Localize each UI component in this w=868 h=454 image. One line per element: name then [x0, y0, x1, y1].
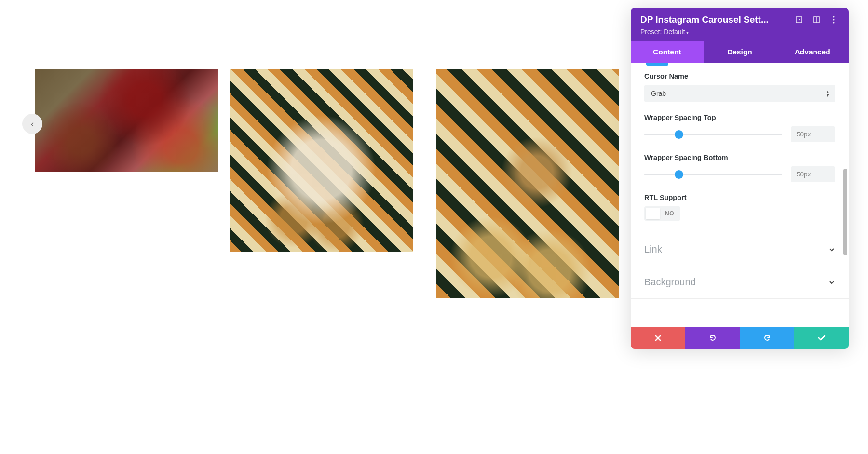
- toggle-state-label: NO: [660, 210, 679, 217]
- section-indicator: [646, 63, 668, 66]
- wrapper-top-slider[interactable]: [644, 134, 782, 135]
- panel-tabs: Content Design Advanced: [631, 41, 849, 63]
- tab-design[interactable]: Design: [704, 41, 776, 63]
- responsive-icon[interactable]: [811, 14, 822, 25]
- carousel-prev-button[interactable]: ‹: [22, 114, 42, 134]
- carousel-image-3[interactable]: [436, 69, 619, 298]
- more-menu-icon[interactable]: [828, 14, 839, 25]
- slider-thumb[interactable]: [675, 130, 683, 139]
- cancel-button[interactable]: [631, 327, 685, 349]
- tab-advanced[interactable]: Advanced: [776, 41, 849, 63]
- undo-button[interactable]: [685, 327, 740, 349]
- save-button[interactable]: [794, 327, 849, 349]
- wrapper-top-label: Wrapper Spacing Top: [644, 114, 835, 121]
- redo-button[interactable]: [740, 327, 794, 349]
- accordion-background[interactable]: Background: [631, 266, 849, 299]
- field-rtl-support: RTL Support NO: [644, 194, 835, 221]
- cursor-name-label: Cursor Name: [644, 72, 835, 80]
- svg-point-6: [833, 22, 834, 23]
- svg-point-4: [833, 16, 834, 17]
- wrapper-bottom-value[interactable]: [791, 166, 835, 182]
- chevron-down-icon: [828, 279, 835, 286]
- svg-point-1: [799, 19, 800, 20]
- panel-body[interactable]: Cursor Name ▴▾ Wrapper Spacing Top Wrapp…: [631, 63, 849, 327]
- panel-header[interactable]: DP Instagram Carousel Sett... Preset: De…: [631, 8, 849, 41]
- rtl-label: RTL Support: [644, 194, 835, 201]
- field-wrapper-spacing-top: Wrapper Spacing Top: [644, 114, 835, 142]
- expand-icon[interactable]: [794, 14, 804, 25]
- accordion-link[interactable]: Link: [631, 233, 849, 266]
- carousel-image-2[interactable]: [230, 69, 413, 252]
- cursor-name-select[interactable]: [644, 85, 835, 102]
- panel-title: DP Instagram Carousel Sett...: [640, 14, 787, 25]
- panel-footer: [631, 327, 849, 349]
- tab-content[interactable]: Content: [631, 41, 704, 63]
- field-cursor-name: Cursor Name ▴▾: [644, 72, 835, 102]
- accordion-background-label: Background: [644, 277, 696, 288]
- panel-scrollbar[interactable]: [843, 169, 847, 255]
- wrapper-top-value[interactable]: [791, 126, 835, 142]
- toggle-knob: [646, 208, 660, 219]
- chevron-left-icon: ‹: [31, 119, 34, 129]
- field-wrapper-spacing-bottom: Wrapper Spacing Bottom: [644, 154, 835, 182]
- accordion-link-label: Link: [644, 244, 662, 255]
- chevron-down-icon: [828, 246, 835, 253]
- settings-panel: DP Instagram Carousel Sett... Preset: De…: [631, 8, 849, 349]
- preset-dropdown[interactable]: Preset: Default: [640, 28, 839, 36]
- carousel-image-1[interactable]: [35, 69, 218, 172]
- svg-point-5: [833, 19, 834, 20]
- rtl-toggle[interactable]: NO: [644, 206, 680, 221]
- wrapper-bottom-label: Wrapper Spacing Bottom: [644, 154, 835, 161]
- wrapper-bottom-slider[interactable]: [644, 174, 782, 175]
- slider-thumb[interactable]: [675, 170, 683, 179]
